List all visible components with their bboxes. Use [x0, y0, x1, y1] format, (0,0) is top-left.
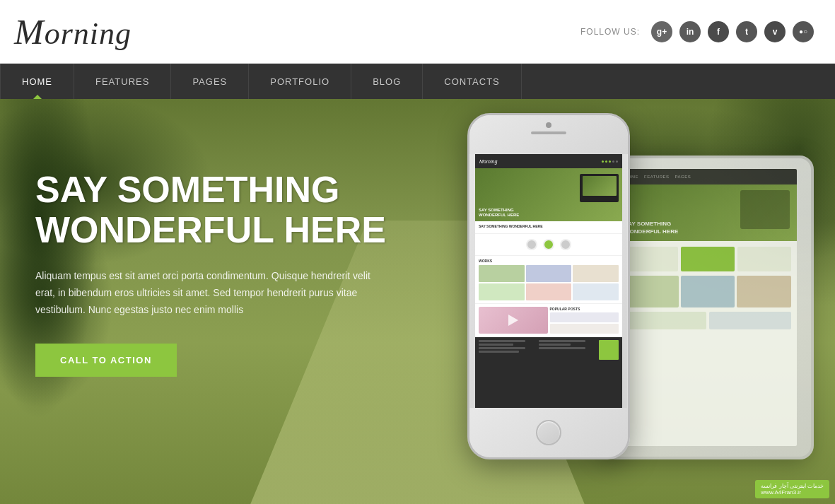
hero-content: SAY SOMETHING WONDERFUL HERE Aliquam tem…	[35, 170, 389, 377]
phone-section-video: POPULAR POSTS	[475, 304, 622, 337]
grid-item-3	[573, 265, 619, 282]
main-nav: HOME FEATURES PAGES PORTFOLIO BLOG CONTA…	[0, 64, 835, 99]
site-logo[interactable]: Morning	[14, 11, 132, 52]
vimeo-icon[interactable]: v	[764, 21, 786, 42]
social-area: FOLLOW US: g+ in f t v ●○	[580, 21, 814, 42]
watermark-line2: www.A4Fran3.ir	[761, 489, 824, 496]
tablet-screen: HOME FEATURES PAGES SAY SOMETHINGWONDERF…	[619, 169, 797, 446]
phone-screen: Morning SAY SOMETHINGWONDERFUL HERE	[475, 154, 622, 408]
tablet-block-3	[737, 247, 791, 271]
dot3	[609, 160, 611, 163]
header: Morning FOLLOW US: g+ in f t v ●○	[0, 0, 835, 64]
tablet-content	[619, 241, 797, 335]
footer-line-6	[539, 344, 571, 346]
nav-item-pages[interactable]: PAGES	[171, 64, 249, 99]
nav-item-blog[interactable]: BLOG	[351, 64, 423, 99]
linkedin-icon[interactable]: in	[679, 21, 701, 42]
phone-circles	[479, 237, 619, 252]
tablet-block-4	[624, 312, 706, 329]
phone-home-button	[536, 420, 561, 445]
tablet-img-row	[624, 276, 791, 307]
tablet-block-green	[681, 247, 735, 271]
phone-bottom	[469, 408, 628, 457]
dot2	[605, 160, 607, 163]
pop-item-1	[550, 312, 619, 322]
phone-works-title: WORKS	[479, 259, 619, 263]
phone-device: Morning SAY SOMETHINGWONDERFUL HERE	[467, 113, 630, 459]
watermark: خدمات اینترنتی آچار فرانسه www.A4Fran3.i…	[755, 480, 829, 498]
grid-item-1	[479, 265, 525, 282]
nav-item-features[interactable]: FEATURES	[74, 64, 171, 99]
phone-section-circles	[475, 234, 622, 256]
tablet-nav-features: FEATURES	[644, 175, 670, 179]
footer-line-5	[539, 340, 585, 342]
phone-footer	[475, 337, 622, 408]
phone-speaker	[531, 131, 566, 134]
tablet-row-1	[624, 247, 791, 271]
phone-popular: POPULAR POSTS	[550, 307, 619, 334]
phone-section-1: SAY SOMETHING WONDERFUL HERE	[475, 221, 622, 234]
tablet-block-5	[709, 312, 791, 329]
tablet-nav-pages: PAGES	[675, 175, 691, 179]
hero-title: SAY SOMETHING WONDERFUL HERE	[35, 170, 389, 250]
phone-camera	[546, 122, 551, 128]
tablet-img-2	[681, 276, 735, 307]
footer-line-4	[479, 351, 519, 353]
nav-item-home[interactable]: HOME	[0, 64, 74, 99]
circle-1	[526, 239, 537, 250]
phone-laptop	[580, 174, 619, 202]
dot1	[602, 160, 604, 163]
phone-video-row: POPULAR POSTS	[479, 307, 619, 334]
tablet-img-3	[737, 276, 791, 307]
phone-screen-logo: Morning	[479, 159, 497, 164]
phone-footer-col-2	[539, 340, 597, 405]
footer-line-3	[479, 347, 525, 349]
phone-screen-header: Morning	[475, 154, 622, 168]
phone-video-thumb	[479, 307, 548, 334]
grid-item-6	[573, 283, 619, 300]
footer-line-7	[539, 347, 585, 349]
google-plus-icon[interactable]: g+	[651, 21, 672, 42]
follow-label: FOLLOW US:	[580, 27, 640, 37]
circle-3	[560, 239, 571, 250]
phone-footer-col-1	[479, 340, 537, 405]
hero-section: SAY SOMETHING WONDERFUL HERE Aliquam tem…	[0, 99, 835, 504]
phone-hero-text: SAY SOMETHINGWONDERFUL HERE	[479, 208, 519, 218]
tablet-mockup: HOME FEATURES PAGES SAY SOMETHINGWONDERF…	[602, 156, 814, 459]
phone-play-button	[508, 315, 518, 326]
nav-item-contacts[interactable]: CONTACTS	[423, 64, 522, 99]
phone-popular-title: POPULAR POSTS	[550, 307, 619, 311]
tablet-hero-text: SAY SOMETHINGWONDERFUL HERE	[624, 221, 678, 235]
circle-2	[543, 239, 554, 250]
dot4	[612, 160, 614, 163]
cta-button[interactable]: CALL TO ACTION	[35, 344, 177, 377]
flickr-icon[interactable]: ●○	[793, 21, 814, 42]
facebook-icon[interactable]: f	[708, 21, 729, 42]
phone-footer-col-3	[599, 340, 619, 405]
phone-hero-mini: SAY SOMETHINGWONDERFUL HERE	[475, 168, 622, 221]
tablet-nav: HOME FEATURES PAGES	[619, 169, 797, 184]
grid-item-2	[526, 265, 572, 282]
phone-grid	[479, 265, 619, 300]
tablet-row-2	[624, 312, 791, 329]
phone-section-grid: WORKS	[475, 256, 622, 304]
phone-laptop-screen	[583, 176, 617, 196]
tablet-hero-device	[740, 190, 790, 229]
phone-section-title-1: SAY SOMETHING WONDERFUL HERE	[479, 224, 619, 228]
tablet-block-1	[624, 247, 678, 271]
phone-screen-content: Morning SAY SOMETHINGWONDERFUL HERE	[475, 154, 622, 408]
footer-line-1	[479, 340, 525, 342]
phone-top	[469, 115, 628, 154]
tablet-screen-content: HOME FEATURES PAGES SAY SOMETHINGWONDERF…	[619, 169, 797, 446]
phone-footer-image	[599, 340, 619, 360]
twitter-icon[interactable]: t	[736, 21, 757, 42]
pop-item-2	[550, 324, 619, 334]
hero-description: Aliquam tempus est sit amet orci porta c…	[35, 268, 375, 318]
watermark-line1: خدمات اینترنتی آچار فرانسه	[761, 483, 824, 489]
footer-line-2	[479, 344, 513, 346]
phone-mockup: Morning SAY SOMETHINGWONDERFUL HERE	[467, 113, 630, 459]
tablet-device: HOME FEATURES PAGES SAY SOMETHINGWONDERF…	[602, 156, 814, 459]
grid-item-4	[479, 283, 525, 300]
nav-item-portfolio[interactable]: PORTFOLIO	[249, 64, 351, 99]
dot5	[616, 160, 618, 163]
